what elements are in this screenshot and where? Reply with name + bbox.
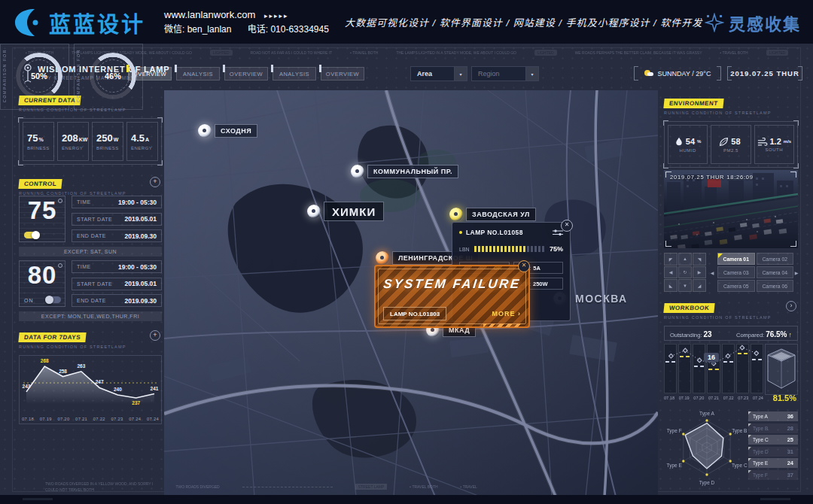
dpad-arrow-button[interactable]: ◤ — [664, 253, 678, 266]
dpad-arrow-button[interactable]: ▼ — [678, 279, 692, 292]
decor-item: ▪ TRAVEL BOTH — [720, 50, 748, 55]
camera-select-button[interactable]: Camera 03 — [717, 266, 755, 278]
decor-item: ▪ TRAVEL BOTH — [350, 50, 378, 55]
except-days-1: EXCEPT: SAT, SUN — [19, 247, 162, 257]
type-label: Type F — [753, 472, 768, 478]
lamp-id: LAMP NO.L01058 — [466, 229, 549, 236]
chevron-down-icon[interactable]: ▾ — [525, 67, 538, 80]
type-row[interactable]: Type A36 — [748, 411, 798, 421]
radar-axis-label: Type B — [732, 428, 747, 433]
workbook-more-button[interactable]: › — [786, 301, 796, 311]
comparison-gauge-2: COMPARISON FOR 46% — [74, 44, 143, 110]
dpad-arrow-button[interactable]: ◥ — [693, 253, 706, 266]
metric-value: 208 — [62, 132, 78, 144]
point-labels: 243268258263247240237241 — [20, 357, 160, 404]
refresh-button[interactable]: ↻ — [678, 266, 692, 279]
lanlan-logo-icon — [12, 8, 44, 38]
type-row[interactable]: Type D31 — [748, 447, 798, 457]
bar-date: 07.18 — [664, 396, 674, 400]
tooltip-close-button[interactable]: ✕ — [561, 220, 573, 232]
map-marker-skhodnya[interactable]: СХОДНЯ — [198, 124, 257, 138]
lamp-pin-icon — [351, 165, 364, 178]
camera-view[interactable]: 2019.07.25 THUR 18:26:09 — [664, 170, 798, 248]
decor-item: LIGHTED — [766, 50, 789, 56]
city-map[interactable]: СХОДНЯ КОММУНАЛЬНЫЙ ПР. ХИМКИ ЗАВОДСКАЯ … — [164, 90, 658, 496]
next-camera-arrow[interactable]: ▶ — [793, 266, 799, 278]
point-label: 240 — [114, 387, 122, 392]
bar-date-labels: 07.1807.1907.2007.2107.2207.2307.24 — [664, 396, 763, 400]
services-list: 大数据可视化设计 / 软件界面设计 / 网站建设 / 手机及小程序设计 / 软件… — [345, 15, 702, 29]
schedule-rows: TIME19:00 - 05:30 START DATE2019.05.01 E… — [72, 260, 162, 307]
power-toggle[interactable] — [24, 232, 39, 238]
dpad-arrow-button[interactable]: ◣ — [664, 279, 678, 292]
map-marker-kommunalny[interactable]: КОММУНАЛЬНЫЙ ПР. — [351, 165, 458, 178]
logo-text: 蓝蓝设计 — [49, 7, 145, 38]
logo[interactable]: 蓝蓝设计 — [12, 7, 145, 38]
dpad-arrow-button[interactable]: ◀ — [664, 266, 678, 279]
end-date-field[interactable]: END DATE2019.09.30 — [72, 294, 162, 307]
type-value: 31 — [787, 448, 793, 455]
type-row[interactable]: Type B28 — [748, 424, 798, 433]
panel-workbook: WORKBOOK RUNNING CONDITION OF STREETLAMP… — [664, 299, 798, 400]
type-list: Type A36Type B28Type C25Type D31Type E24… — [748, 411, 798, 480]
tab-analysis-2[interactable]: ANALYSIS — [273, 67, 316, 80]
end-date-field[interactable]: END DATE2019.09.30 — [72, 229, 162, 242]
tab-overview-3[interactable]: OVERVIEW — [321, 67, 364, 80]
panel-subtitle: RUNNING CONDITION OF STREETLAMP — [664, 315, 798, 320]
panel-camera: 2019.07.25 THUR 18:26:09 ◤▲◥◀↻▶◣▼◢ ◀ Cam… — [664, 170, 798, 292]
dpad-arrow-button[interactable]: ◢ — [693, 279, 706, 292]
point-label: 258 — [59, 369, 67, 374]
tab-overview-2[interactable]: OVERVIEW — [224, 67, 268, 80]
camera-select-button[interactable]: Camera 02 — [757, 253, 794, 265]
camera-select-button[interactable]: Camera 06 — [757, 280, 794, 292]
field-value: 2019.09.30 — [124, 297, 157, 305]
capacity-gauge — [765, 344, 798, 395]
map-marker-khimki[interactable]: ХИМКИ — [307, 202, 384, 221]
power-toggle[interactable] — [46, 296, 61, 303]
metric-energy-kw: 208KW ENERGY — [57, 122, 89, 161]
field-value: 2019.09.30 — [124, 232, 157, 240]
inspiration-collect[interactable]: 灵感收集 — [705, 11, 801, 35]
alert-lamp-id: LAMP NO.L01803 — [383, 307, 446, 320]
sliders-icon[interactable] — [553, 229, 563, 236]
type-row[interactable]: Type E24 — [748, 458, 798, 468]
type-row[interactable]: Type F37 — [748, 470, 798, 480]
camera-select-button[interactable]: Camera 05 — [717, 280, 755, 292]
weather-widget: SUNNDAY / 29°C — [634, 66, 721, 80]
website-url[interactable]: www.lanlanwork.com — [164, 9, 255, 20]
tab-analysis-1[interactable]: ANALYSIS — [176, 67, 220, 80]
time-field[interactable]: TIME19:00 - 05:30 — [72, 260, 162, 273]
field-value: 19:00 - 05:30 — [118, 199, 157, 206]
start-date-field[interactable]: START DATE2019.05.01 — [72, 213, 162, 226]
map-marker-zavodskaya[interactable]: ЗАВОДСКАЯ УЛ — [449, 208, 536, 221]
camera-select-button[interactable]: Camera 01 — [717, 253, 755, 265]
dpad-arrow-button[interactable]: ▶ — [693, 266, 706, 279]
expand-chart-button[interactable]: + — [150, 330, 160, 341]
field-value: 19:00 - 05:30 — [118, 263, 157, 271]
chevron-down-icon[interactable]: ▾ — [454, 67, 467, 80]
contact-info: www.lanlanwork.com ▸▸▸▸▸ 微信: ben_lanlan … — [164, 8, 343, 36]
bar-date: 07.20 — [693, 396, 704, 400]
metric-energy-a: 4.5A ENERGY — [126, 122, 158, 161]
alert-close-button[interactable]: ✕ — [518, 260, 530, 272]
x-tick: 07.20 — [57, 417, 69, 421]
prev-camera-arrow[interactable]: ◀ — [709, 266, 715, 278]
start-date-field[interactable]: START DATE2019.05.01 — [72, 278, 162, 290]
more-button[interactable]: MORE › — [492, 310, 522, 317]
metric-unit: % — [38, 137, 43, 142]
dpad-arrow-button[interactable]: ▲ — [678, 253, 692, 266]
collect-text: 灵感收集 — [729, 11, 801, 35]
area-select[interactable]: Area ▾ — [410, 66, 467, 81]
type-value: 25 — [787, 436, 793, 443]
system-failure-alert[interactable]: SYSTEM FAILURE LAMP NO.L01803 MORE › — [374, 265, 530, 328]
add-schedule-button[interactable]: + — [150, 177, 160, 187]
camera-select-button[interactable]: Camera 04 — [757, 266, 794, 278]
type-row[interactable]: Type C25 — [748, 435, 798, 445]
point-label: 268 — [41, 358, 49, 363]
env-label: SOUTH — [766, 147, 784, 152]
time-field[interactable]: TIME19:00 - 05:30 — [72, 196, 162, 208]
alert-title: SYSTEM FAILURE — [375, 277, 529, 292]
workbook-bar-chart: 16 — [664, 344, 798, 393]
env-label: HUMID — [680, 148, 696, 153]
region-select[interactable]: Region ▾ — [471, 66, 539, 81]
